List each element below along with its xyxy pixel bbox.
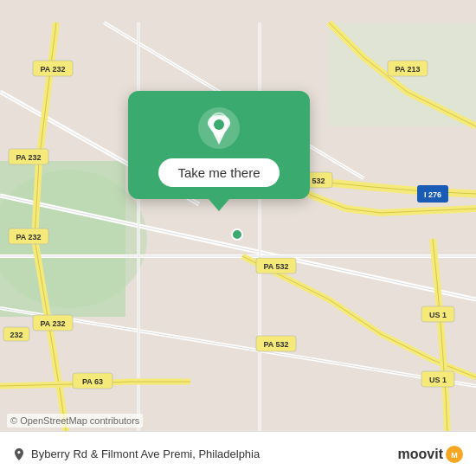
svg-text:PA 63: PA 63 — [82, 377, 103, 386]
location-pin-icon — [197, 106, 241, 150]
svg-text:I 276: I 276 — [424, 190, 441, 199]
map-container: I 276 PA 232 PA 232 PA 232 PA 232 PA 213… — [0, 0, 476, 476]
bottom-bar: Byberry Rd & Filmont Ave Premi, Philadel… — [0, 431, 476, 476]
svg-text:M: M — [451, 451, 458, 460]
svg-text:PA 213: PA 213 — [395, 65, 420, 74]
moovit-logo-icon: M — [445, 445, 464, 464]
copyright-text: © OpenStreetMap contributors — [7, 414, 143, 428]
svg-text:PA 532: PA 532 — [263, 262, 288, 271]
svg-text:232: 232 — [10, 331, 23, 339]
svg-text:US 1: US 1 — [429, 376, 447, 384]
moovit-logo-text: moovit — [398, 447, 443, 462]
take-me-there-button[interactable]: Take me there — [158, 158, 279, 187]
moovit-logo: moovit M — [398, 445, 464, 464]
location-icon — [12, 447, 26, 461]
svg-text:PA 232: PA 232 — [16, 233, 41, 241]
svg-text:PA 232: PA 232 — [40, 319, 65, 328]
svg-text:PA 532: PA 532 — [263, 340, 288, 349]
bottom-bar-location: Byberry Rd & Filmont Ave Premi, Philadel… — [12, 447, 260, 461]
popup-card: Take me there — [128, 91, 310, 199]
location-label: Byberry Rd & Filmont Ave Premi, Philadel… — [31, 447, 260, 460]
map-roads: I 276 PA 232 PA 232 PA 232 PA 232 PA 213… — [0, 0, 476, 476]
svg-point-47 — [214, 119, 224, 130]
svg-point-43 — [232, 229, 242, 240]
svg-text:PA 232: PA 232 — [16, 153, 41, 162]
svg-text:US 1: US 1 — [429, 311, 447, 319]
svg-text:PA 232: PA 232 — [40, 65, 65, 74]
